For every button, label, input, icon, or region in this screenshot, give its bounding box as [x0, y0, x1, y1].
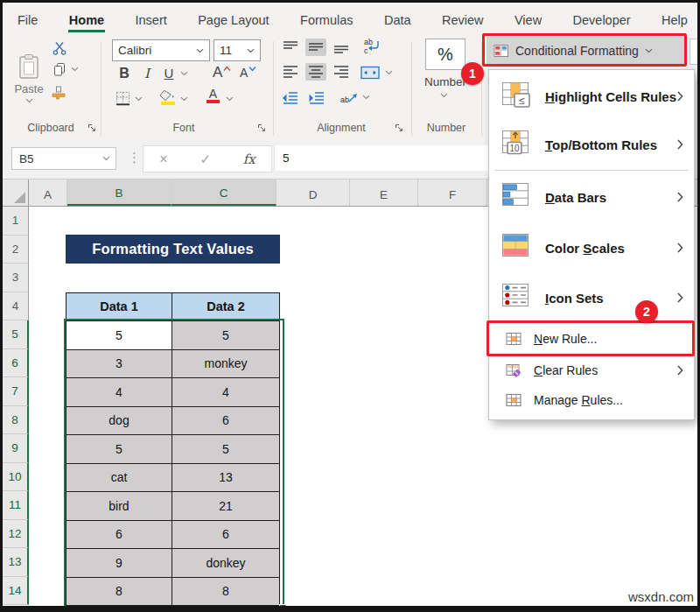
fill-color-button[interactable] — [159, 89, 176, 105]
align-right-button[interactable] — [332, 64, 350, 80]
tab-formulas[interactable]: Formulas — [299, 11, 354, 32]
align-center-button[interactable] — [305, 63, 326, 81]
copy-dropdown[interactable] — [71, 67, 79, 72]
menu-item-data-bars[interactable]: Data Bars — [489, 172, 694, 222]
orientation-button[interactable]: ab — [340, 89, 359, 105]
tab-home[interactable]: Home — [68, 11, 105, 32]
font-name-combo[interactable]: Calibri — [112, 39, 210, 61]
menu-item-new-rule[interactable]: New Rule... — [489, 322, 694, 355]
borders-dropdown[interactable] — [135, 96, 143, 102]
borders-button[interactable] — [116, 91, 130, 106]
row-header-9[interactable]: 9 — [3, 434, 29, 463]
row-header-1[interactable]: 1 — [3, 207, 29, 236]
tab-page-layout[interactable]: Page Layout — [197, 11, 270, 32]
clipboard-dialog-launcher[interactable] — [88, 123, 97, 133]
tab-view[interactable]: View — [514, 11, 542, 32]
font-color-button[interactable]: A — [206, 88, 220, 103]
row-header-14[interactable]: 14 — [3, 577, 29, 606]
copy-button[interactable] — [52, 62, 66, 76]
percent-style-button[interactable]: % — [425, 39, 466, 70]
cell-B8[interactable]: dog — [66, 407, 172, 436]
column-header-C[interactable]: C — [172, 179, 276, 206]
row-header-11[interactable]: 11 — [3, 491, 29, 520]
insert-function-icon[interactable]: fx — [243, 151, 256, 167]
menu-item-highlight-cells-rules[interactable]: ≤ Highlight Cells Rules — [489, 73, 694, 120]
underline-button[interactable]: U — [161, 66, 177, 81]
format-painter-button[interactable] — [51, 86, 66, 100]
font-color-dropdown[interactable] — [226, 96, 234, 102]
merge-dropdown[interactable] — [385, 70, 393, 75]
row-header-3[interactable]: 3 — [3, 264, 29, 292]
row-header-4[interactable]: 4 — [3, 292, 29, 321]
font-dialog-launcher[interactable] — [257, 123, 267, 133]
increase-indent-button[interactable] — [308, 91, 326, 105]
row-header-5[interactable]: 5 — [3, 320, 29, 349]
fill-color-dropdown[interactable] — [180, 96, 188, 102]
menu-item-manage-rules[interactable]: Manage Rules... — [489, 384, 694, 415]
orientation-dropdown[interactable] — [362, 95, 370, 100]
wrap-text-button[interactable]: abc — [362, 38, 382, 55]
increase-font-button[interactable]: A — [213, 64, 231, 81]
alignment-dialog-launcher[interactable] — [395, 123, 404, 133]
tab-data[interactable]: Data — [383, 11, 412, 32]
menu-item-top-bottom-rules[interactable]: 10 Top/Bottom Rules — [489, 120, 694, 169]
select-all-corner[interactable] — [3, 179, 29, 206]
decrease-font-button[interactable]: A — [240, 66, 256, 80]
cell-C11[interactable]: 21 — [172, 492, 280, 521]
tab-file[interactable]: File — [17, 11, 38, 32]
cell-B12[interactable]: 6 — [66, 521, 172, 550]
cancel-icon[interactable]: × — [159, 151, 167, 167]
cell-B5[interactable]: 5 — [66, 321, 172, 350]
underline-dropdown[interactable] — [180, 71, 188, 76]
column-header-B[interactable]: B — [67, 179, 172, 206]
enter-icon[interactable]: ✓ — [200, 151, 211, 167]
font-size-combo[interactable]: 11 — [214, 39, 261, 61]
align-bottom-button[interactable] — [332, 39, 350, 55]
cell-C13[interactable]: donkey — [172, 549, 280, 578]
row-header-7[interactable]: 7 — [3, 377, 29, 406]
cut-button[interactable] — [52, 41, 66, 55]
table-header-data2[interactable]: Data 2 — [172, 293, 280, 322]
name-box[interactable]: B5 — [11, 147, 116, 170]
row-header-12[interactable]: 12 — [3, 520, 29, 549]
italic-button[interactable]: I — [140, 66, 154, 81]
table-header-data1[interactable]: Data 1 — [66, 293, 172, 322]
menu-item-clear-rules[interactable]: Clear Rules — [489, 355, 694, 384]
cell-C7[interactable]: 4 — [172, 378, 280, 407]
paste-button[interactable]: Paste — [10, 40, 47, 116]
column-header-F[interactable]: F — [418, 179, 487, 206]
cell-B11[interactable]: bird — [66, 492, 172, 521]
cell-B14[interactable]: 8 — [66, 578, 172, 607]
align-top-button[interactable] — [282, 39, 299, 55]
row-header-6[interactable]: 6 — [3, 349, 29, 378]
cell-B6[interactable]: 3 — [66, 350, 172, 379]
conditional-formatting-button[interactable]: Conditional Formatting — [486, 37, 685, 64]
cell-B10[interactable]: cat — [66, 464, 172, 493]
fill-handle[interactable] — [279, 604, 287, 612]
row-header-8[interactable]: 8 — [3, 406, 29, 435]
tab-insert[interactable]: Insert — [135, 11, 168, 32]
cell-C9[interactable]: 5 — [172, 435, 280, 464]
tab-review[interactable]: Review — [441, 11, 485, 32]
cell-C10[interactable]: 13 — [172, 464, 280, 493]
number-format-chevron[interactable] — [440, 93, 448, 98]
cell-C8[interactable]: 6 — [172, 407, 280, 436]
decrease-indent-button[interactable] — [282, 91, 299, 105]
column-header-E[interactable]: E — [350, 179, 418, 206]
column-header-A[interactable]: A — [29, 179, 67, 206]
cell-C12[interactable]: 6 — [172, 521, 280, 550]
cell-B13[interactable]: 9 — [66, 549, 172, 578]
tab-developer[interactable]: Developer — [572, 11, 632, 32]
tab-help[interactable]: Help — [661, 11, 689, 32]
row-header-10[interactable]: 10 — [3, 463, 29, 492]
cell-C6[interactable]: monkey — [172, 350, 280, 379]
cell-C14[interactable]: 8 — [172, 578, 280, 607]
menu-item-color-scales[interactable]: Color Scales — [489, 222, 694, 273]
cell-C5[interactable]: 5 — [172, 321, 280, 350]
row-header-13[interactable]: 13 — [3, 548, 29, 577]
align-middle-button[interactable] — [305, 39, 326, 56]
cell-B7[interactable]: 4 — [66, 378, 172, 407]
merge-center-button[interactable] — [360, 65, 380, 81]
bold-button[interactable]: B — [116, 66, 133, 81]
row-header-2[interactable]: 2 — [3, 236, 29, 264]
